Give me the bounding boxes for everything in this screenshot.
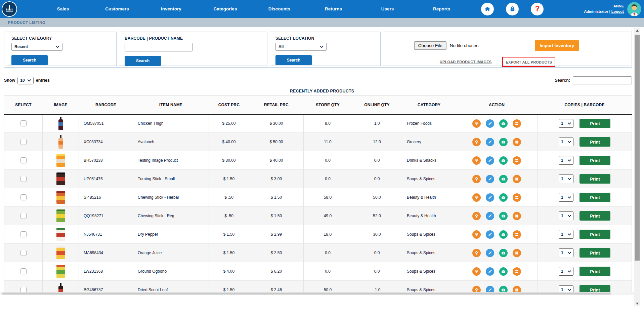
horizontal-scrollbar[interactable] [0, 292, 634, 295]
camera-icon-button[interactable] [499, 193, 508, 202]
row-select-checkbox[interactable] [20, 120, 27, 126]
barcode-grid-icon-button[interactable] [513, 138, 521, 146]
row-select-checkbox[interactable] [20, 139, 27, 145]
avatar[interactable] [627, 2, 641, 16]
camera-icon-button[interactable] [499, 212, 508, 220]
category-select[interactable]: Recent [11, 43, 62, 51]
choose-file-button[interactable]: Choose File [414, 41, 446, 50]
location-pin-icon-button[interactable] [472, 156, 481, 165]
edit-pencil-icon-button[interactable] [486, 156, 494, 165]
barcode-grid-icon-button[interactable] [513, 230, 521, 239]
nav-item-sales[interactable]: Sales [36, 6, 90, 11]
nav-item-inventory[interactable]: Inventory [144, 6, 198, 11]
location-pin-icon-button[interactable] [472, 193, 481, 202]
print-button[interactable]: Print [579, 193, 610, 202]
location-pin-icon-button[interactable] [472, 249, 481, 257]
app-logo[interactable] [2, 1, 17, 17]
row-select-checkbox[interactable] [20, 250, 27, 256]
barcode-grid-icon-button[interactable] [513, 156, 521, 165]
print-button[interactable]: Print [579, 174, 610, 184]
location-pin-icon-button[interactable] [472, 267, 481, 276]
upload-product-images-link[interactable]: UPLOAD PRODUCT IMAGES [440, 60, 492, 64]
edit-pencil-icon-button[interactable] [486, 138, 494, 146]
edit-pencil-icon-button[interactable] [486, 119, 494, 128]
row-select-checkbox[interactable] [20, 231, 27, 237]
row-select-checkbox[interactable] [20, 268, 27, 274]
scroll-down-arrow[interactable] [634, 301, 640, 306]
barcode-grid-icon-button[interactable] [513, 286, 521, 293]
print-button[interactable]: Print [579, 230, 610, 239]
nav-item-customers[interactable]: Customers [90, 6, 144, 11]
nav-item-categories[interactable]: Categories [198, 6, 252, 11]
scroll-up-arrow[interactable] [634, 28, 640, 33]
logout-link[interactable]: Logout [611, 9, 624, 13]
barcode-search-button[interactable]: Search [125, 56, 161, 66]
camera-icon-button[interactable] [499, 286, 508, 293]
edit-pencil-icon-button[interactable] [486, 193, 494, 202]
camera-icon-button[interactable] [499, 119, 508, 128]
barcode-grid-icon-button[interactable] [513, 119, 521, 128]
barcode-grid-icon-button[interactable] [513, 193, 521, 202]
vertical-scrollbar[interactable] [634, 28, 640, 306]
location-pin-icon-button[interactable] [472, 175, 481, 183]
copies-select[interactable]: 1 [559, 138, 573, 146]
barcode-search-input[interactable] [125, 43, 192, 51]
copies-select[interactable]: 1 [559, 156, 573, 165]
row-select-checkbox[interactable] [20, 194, 27, 200]
copies-select[interactable]: 1 [559, 285, 573, 292]
location-search-button[interactable]: Search [275, 55, 312, 65]
horizontal-scrollbar-thumb[interactable] [2, 293, 611, 295]
table-search-input[interactable] [573, 76, 632, 84]
row-select-checkbox[interactable] [20, 157, 27, 163]
nav-item-returns[interactable]: Returns [306, 6, 360, 11]
barcode-grid-icon-button[interactable] [513, 267, 521, 276]
vertical-scrollbar-thumb[interactable] [635, 35, 640, 261]
copies-select[interactable]: 1 [559, 248, 573, 257]
camera-icon-button[interactable] [499, 230, 508, 239]
camera-icon-button[interactable] [499, 156, 508, 165]
copies-select[interactable]: 1 [559, 230, 573, 239]
copies-select[interactable]: 1 [559, 267, 573, 276]
copies-select[interactable]: 1 [559, 193, 573, 202]
location-pin-icon-button[interactable] [472, 119, 481, 128]
nav-item-discounts[interactable]: Discounts [252, 6, 306, 11]
help-icon-button[interactable]: ? [531, 3, 544, 15]
edit-pencil-icon-button[interactable] [486, 286, 494, 293]
home-icon-button[interactable] [481, 3, 494, 15]
barcode-grid-icon-button[interactable] [513, 175, 521, 183]
row-select-checkbox[interactable] [20, 213, 27, 219]
location-pin-icon-button[interactable] [472, 286, 481, 293]
entries-select[interactable]: 10 [17, 77, 33, 84]
location-pin-icon-button[interactable] [472, 138, 481, 146]
location-select[interactable]: All [275, 43, 327, 51]
row-select-checkbox[interactable] [20, 176, 27, 182]
edit-pencil-icon-button[interactable] [486, 249, 494, 257]
row-select-checkbox[interactable] [20, 287, 27, 292]
import-inventory-button[interactable]: Import Inventory [535, 40, 579, 51]
category-search-button[interactable]: Search [11, 55, 48, 65]
copies-select[interactable]: 1 [559, 175, 573, 183]
export-all-products-link[interactable]: EXPORT ALL PRODUCTS [506, 60, 552, 64]
print-button[interactable]: Print [579, 119, 610, 128]
edit-pencil-icon-button[interactable] [486, 212, 494, 220]
edit-pencil-icon-button[interactable] [486, 175, 494, 183]
barcode-grid-icon-button[interactable] [513, 249, 521, 257]
copies-select[interactable]: 1 [559, 211, 573, 220]
print-button[interactable]: Print [579, 156, 610, 165]
nav-item-reports[interactable]: Reports [415, 6, 469, 11]
copies-select[interactable]: 1 [559, 119, 573, 128]
print-button[interactable]: Print [579, 248, 610, 258]
print-button[interactable]: Print [579, 211, 610, 221]
lock-icon-button[interactable] [506, 3, 519, 15]
camera-icon-button[interactable] [499, 249, 508, 257]
edit-pencil-icon-button[interactable] [486, 267, 494, 276]
edit-pencil-icon-button[interactable] [486, 230, 494, 239]
location-pin-icon-button[interactable] [472, 212, 481, 220]
camera-icon-button[interactable] [499, 138, 508, 146]
print-button[interactable]: Print [579, 267, 610, 276]
camera-icon-button[interactable] [499, 175, 508, 183]
nav-item-users[interactable]: Users [360, 6, 415, 11]
location-pin-icon-button[interactable] [472, 230, 481, 239]
camera-icon-button[interactable] [499, 267, 508, 276]
print-button[interactable]: Print [579, 137, 610, 147]
